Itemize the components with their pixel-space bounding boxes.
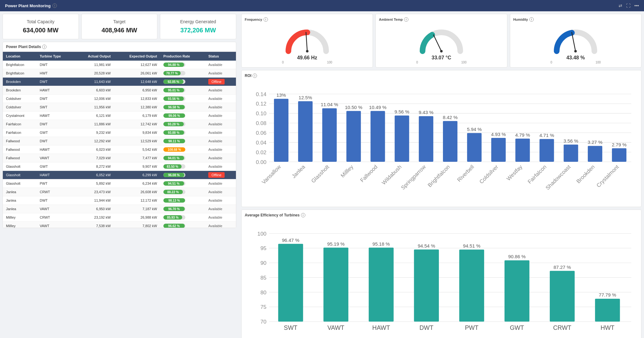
roi-bar (322, 108, 337, 162)
card-title: Total Capacity (8, 19, 74, 24)
header-info-icon[interactable]: i (52, 3, 57, 8)
svg-text:GWT: GWT (510, 324, 524, 331)
table-info-icon[interactable]: i (42, 45, 46, 49)
cell-rate: 94.01 % (160, 154, 205, 162)
svg-text:HWT: HWT (601, 324, 614, 331)
svg-text:80: 80 (260, 289, 266, 295)
status-badge-available: Available (208, 165, 222, 168)
cell-expected: 12,380 kW (114, 103, 160, 112)
frequency-info-icon[interactable]: i (264, 17, 268, 22)
cell-status: Offline (205, 78, 236, 86)
svg-text:5.94 %: 5.94 % (467, 127, 482, 132)
svg-text:0.04: 0.04 (256, 139, 267, 146)
svg-text:Fairfalcon: Fairfalcon (527, 164, 548, 185)
table-row: Janlea VAWT 6,950 kW 7,187 kW 96.70 % Av… (3, 205, 236, 213)
svg-text:13%: 13% (276, 92, 286, 98)
cell-actual: 9,232 kW (74, 128, 114, 137)
cell-location: Brookden (3, 86, 36, 95)
table-row: Glassholt GWT 8,272 kW 9,907 kW 83.50 % … (3, 162, 236, 171)
cell-status: Available (205, 128, 236, 137)
table-row: Fallwood DWT 12,292 kW 12,529 kW 98.11 %… (3, 137, 236, 145)
svg-text:Springparrow: Springparrow (400, 164, 427, 191)
efficiency-title-text: Average Efficiency of Turbines (245, 213, 300, 217)
cell-actual: 12,006 kW (74, 95, 114, 103)
roi-bar (539, 139, 554, 162)
status-badge-available: Available (208, 182, 222, 185)
svg-text:VAWT: VAWT (327, 324, 344, 331)
card-value: 408,946 MW (87, 27, 152, 34)
cell-turbine: PWT (36, 179, 74, 188)
cell-actual: 6,121 kW (74, 112, 114, 120)
svg-text:SWT: SWT (284, 324, 297, 331)
status-badge-available: Available (208, 215, 222, 219)
cell-actual: 6,052 kW (74, 171, 114, 179)
cell-location: Fallwood (3, 137, 36, 145)
cell-rate: 94.88 % (160, 61, 205, 69)
cell-turbine: DWT (36, 120, 74, 128)
main-content: Total Capacity 634,000 MW Target 408,946… (0, 11, 644, 338)
cell-status: Available (205, 86, 236, 95)
svg-text:0.10: 0.10 (256, 110, 267, 117)
cell-status: Available (205, 196, 236, 205)
cell-actual: 6,023 kW (74, 145, 114, 154)
svg-text:85: 85 (260, 275, 266, 281)
cell-rate: 96.62 % (160, 222, 205, 228)
svg-text:DWT: DWT (419, 324, 433, 331)
cell-turbine: VAWT (36, 154, 74, 162)
cell-turbine: DWT (36, 137, 74, 145)
svg-text:Wildabush: Wildabush (380, 164, 403, 186)
cell-expected: 12,172 kW (114, 196, 160, 205)
svg-text:Riverbell: Riverbell (456, 164, 475, 183)
status-badge-available: Available (208, 207, 222, 211)
ambient-info-icon[interactable]: i (404, 17, 408, 22)
cell-expected: 6,299 kW (114, 171, 160, 179)
cell-expected: 12,742 kW (114, 120, 160, 128)
roi-bar (443, 121, 457, 162)
cell-actual: 5,892 kW (74, 179, 114, 188)
cell-status: Available (205, 145, 236, 154)
svg-text:12.5%: 12.5% (299, 95, 312, 100)
summary-card: Total Capacity 634,000 MW (3, 14, 79, 39)
cell-location: Brightfalcon (3, 61, 36, 69)
cell-status: Available (205, 69, 236, 78)
svg-text:Glassholt: Glassholt (310, 164, 330, 184)
status-badge-available: Available (208, 148, 222, 151)
svg-text:96.47 %: 96.47 % (282, 237, 299, 243)
more-icon[interactable]: ••• (634, 3, 639, 8)
cell-expected: 12,833 kW (114, 95, 160, 103)
svg-text:0.06: 0.06 (256, 130, 267, 136)
cell-status: Available (205, 112, 236, 120)
cell-location: Fairfalcon (3, 120, 36, 128)
cell-actual: 23,473 kW (74, 188, 114, 196)
cell-turbine: HAWT (36, 86, 74, 95)
col-status: Status (205, 52, 236, 61)
col-rate: Production Rate (160, 52, 205, 61)
cell-expected: 26,988 kW (114, 213, 160, 222)
roi-svg: 0.000.020.040.060.080.100.120.1413%Vansa… (245, 80, 638, 203)
link-icon[interactable]: ⇄ (619, 3, 622, 8)
fullscreen-icon[interactable]: ⛶ (626, 3, 630, 8)
ambient-min: 0 (416, 61, 418, 64)
column-headers: Location Turbine Type Actual Output Expe… (3, 52, 236, 61)
roi-chart-container: 0.000.020.040.060.080.100.120.1413%Vansa… (245, 80, 638, 204)
cell-expected: 5,542 kW (114, 145, 160, 154)
roi-info-icon[interactable]: i (253, 74, 257, 78)
svg-text:87.27 %: 87.27 % (554, 264, 571, 270)
status-badge-offline: Offline (208, 172, 225, 178)
efficiency-info-icon[interactable]: i (301, 213, 305, 217)
cell-turbine: SWT (36, 103, 74, 112)
roi-bar (395, 116, 409, 162)
svg-text:HAWT: HAWT (372, 324, 390, 331)
cell-expected: 6,179 kW (114, 112, 160, 120)
svg-text:CRWT: CRWT (553, 324, 571, 331)
frequency-gauge-svg (282, 23, 332, 57)
humidity-info-icon[interactable]: i (529, 17, 534, 22)
efficiency-bar (414, 249, 439, 322)
cell-actual: 12,292 kW (74, 137, 114, 145)
status-badge-offline: Offline (208, 79, 225, 84)
efficiency-chart-title: Average Efficiency of Turbines i (245, 213, 638, 217)
cell-turbine: HAWT (36, 171, 74, 179)
svg-text:3.56 %: 3.56 % (564, 138, 578, 144)
svg-text:2.79 %: 2.79 % (612, 142, 626, 147)
cell-actual: 11,643 kW (74, 78, 114, 86)
